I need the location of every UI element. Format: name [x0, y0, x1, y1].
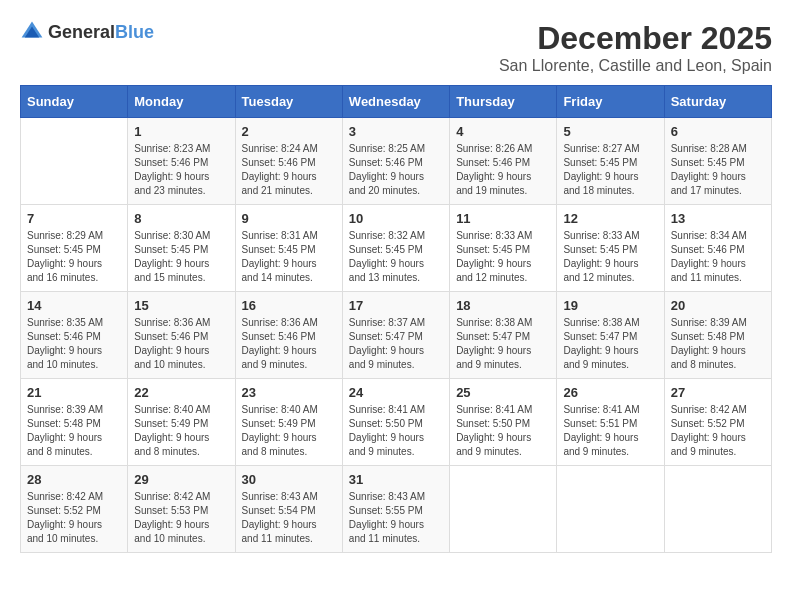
calendar-cell: 19Sunrise: 8:38 AMSunset: 5:47 PMDayligh…: [557, 292, 664, 379]
calendar-cell: 21Sunrise: 8:39 AMSunset: 5:48 PMDayligh…: [21, 379, 128, 466]
day-number: 27: [671, 385, 765, 400]
day-info: Sunrise: 8:38 AMSunset: 5:47 PMDaylight:…: [563, 316, 657, 372]
day-info: Sunrise: 8:41 AMSunset: 5:50 PMDaylight:…: [456, 403, 550, 459]
day-info: Sunrise: 8:42 AMSunset: 5:52 PMDaylight:…: [671, 403, 765, 459]
day-info: Sunrise: 8:38 AMSunset: 5:47 PMDaylight:…: [456, 316, 550, 372]
calendar-header-row: SundayMondayTuesdayWednesdayThursdayFrid…: [21, 86, 772, 118]
day-info: Sunrise: 8:43 AMSunset: 5:55 PMDaylight:…: [349, 490, 443, 546]
calendar-cell: 14Sunrise: 8:35 AMSunset: 5:46 PMDayligh…: [21, 292, 128, 379]
day-info: Sunrise: 8:35 AMSunset: 5:46 PMDaylight:…: [27, 316, 121, 372]
calendar-cell: 23Sunrise: 8:40 AMSunset: 5:49 PMDayligh…: [235, 379, 342, 466]
calendar-cell: 29Sunrise: 8:42 AMSunset: 5:53 PMDayligh…: [128, 466, 235, 553]
column-header-thursday: Thursday: [450, 86, 557, 118]
day-info: Sunrise: 8:26 AMSunset: 5:46 PMDaylight:…: [456, 142, 550, 198]
column-header-tuesday: Tuesday: [235, 86, 342, 118]
logo-text-blue: Blue: [115, 22, 154, 42]
day-info: Sunrise: 8:30 AMSunset: 5:45 PMDaylight:…: [134, 229, 228, 285]
day-number: 16: [242, 298, 336, 313]
calendar-cell: 31Sunrise: 8:43 AMSunset: 5:55 PMDayligh…: [342, 466, 449, 553]
calendar-cell: 12Sunrise: 8:33 AMSunset: 5:45 PMDayligh…: [557, 205, 664, 292]
calendar-cell: 8Sunrise: 8:30 AMSunset: 5:45 PMDaylight…: [128, 205, 235, 292]
day-number: 23: [242, 385, 336, 400]
day-number: 10: [349, 211, 443, 226]
day-number: 13: [671, 211, 765, 226]
day-info: Sunrise: 8:39 AMSunset: 5:48 PMDaylight:…: [27, 403, 121, 459]
title-block: December 2025 San Llorente, Castille and…: [499, 20, 772, 75]
day-number: 12: [563, 211, 657, 226]
day-info: Sunrise: 8:32 AMSunset: 5:45 PMDaylight:…: [349, 229, 443, 285]
day-number: 11: [456, 211, 550, 226]
day-number: 21: [27, 385, 121, 400]
logo-text-general: General: [48, 22, 115, 42]
day-number: 2: [242, 124, 336, 139]
day-number: 4: [456, 124, 550, 139]
calendar-cell: 4Sunrise: 8:26 AMSunset: 5:46 PMDaylight…: [450, 118, 557, 205]
calendar-cell: 11Sunrise: 8:33 AMSunset: 5:45 PMDayligh…: [450, 205, 557, 292]
column-header-friday: Friday: [557, 86, 664, 118]
calendar-cell: 25Sunrise: 8:41 AMSunset: 5:50 PMDayligh…: [450, 379, 557, 466]
calendar-cell: 13Sunrise: 8:34 AMSunset: 5:46 PMDayligh…: [664, 205, 771, 292]
day-number: 31: [349, 472, 443, 487]
calendar-cell: 24Sunrise: 8:41 AMSunset: 5:50 PMDayligh…: [342, 379, 449, 466]
day-number: 14: [27, 298, 121, 313]
calendar-cell: 6Sunrise: 8:28 AMSunset: 5:45 PMDaylight…: [664, 118, 771, 205]
day-number: 7: [27, 211, 121, 226]
column-header-wednesday: Wednesday: [342, 86, 449, 118]
day-info: Sunrise: 8:23 AMSunset: 5:46 PMDaylight:…: [134, 142, 228, 198]
logo: GeneralBlue: [20, 20, 154, 44]
day-number: 26: [563, 385, 657, 400]
day-info: Sunrise: 8:42 AMSunset: 5:53 PMDaylight:…: [134, 490, 228, 546]
calendar-cell: 27Sunrise: 8:42 AMSunset: 5:52 PMDayligh…: [664, 379, 771, 466]
day-number: 9: [242, 211, 336, 226]
calendar-table: SundayMondayTuesdayWednesdayThursdayFrid…: [20, 85, 772, 553]
day-number: 8: [134, 211, 228, 226]
day-number: 19: [563, 298, 657, 313]
day-info: Sunrise: 8:29 AMSunset: 5:45 PMDaylight:…: [27, 229, 121, 285]
calendar-cell: 28Sunrise: 8:42 AMSunset: 5:52 PMDayligh…: [21, 466, 128, 553]
calendar-cell: [450, 466, 557, 553]
day-number: 29: [134, 472, 228, 487]
day-info: Sunrise: 8:24 AMSunset: 5:46 PMDaylight:…: [242, 142, 336, 198]
day-number: 25: [456, 385, 550, 400]
day-info: Sunrise: 8:39 AMSunset: 5:48 PMDaylight:…: [671, 316, 765, 372]
day-info: Sunrise: 8:31 AMSunset: 5:45 PMDaylight:…: [242, 229, 336, 285]
calendar-cell: 1Sunrise: 8:23 AMSunset: 5:46 PMDaylight…: [128, 118, 235, 205]
day-number: 6: [671, 124, 765, 139]
day-info: Sunrise: 8:41 AMSunset: 5:50 PMDaylight:…: [349, 403, 443, 459]
calendar-week-row: 7Sunrise: 8:29 AMSunset: 5:45 PMDaylight…: [21, 205, 772, 292]
calendar-cell: 17Sunrise: 8:37 AMSunset: 5:47 PMDayligh…: [342, 292, 449, 379]
day-number: 28: [27, 472, 121, 487]
page-header: GeneralBlue December 2025 San Llorente, …: [20, 20, 772, 75]
calendar-cell: [664, 466, 771, 553]
day-number: 17: [349, 298, 443, 313]
calendar-week-row: 1Sunrise: 8:23 AMSunset: 5:46 PMDaylight…: [21, 118, 772, 205]
day-info: Sunrise: 8:36 AMSunset: 5:46 PMDaylight:…: [242, 316, 336, 372]
day-info: Sunrise: 8:33 AMSunset: 5:45 PMDaylight:…: [456, 229, 550, 285]
day-info: Sunrise: 8:27 AMSunset: 5:45 PMDaylight:…: [563, 142, 657, 198]
day-number: 5: [563, 124, 657, 139]
column-header-monday: Monday: [128, 86, 235, 118]
calendar-week-row: 14Sunrise: 8:35 AMSunset: 5:46 PMDayligh…: [21, 292, 772, 379]
calendar-cell: 22Sunrise: 8:40 AMSunset: 5:49 PMDayligh…: [128, 379, 235, 466]
calendar-cell: 10Sunrise: 8:32 AMSunset: 5:45 PMDayligh…: [342, 205, 449, 292]
day-number: 15: [134, 298, 228, 313]
day-info: Sunrise: 8:33 AMSunset: 5:45 PMDaylight:…: [563, 229, 657, 285]
day-info: Sunrise: 8:40 AMSunset: 5:49 PMDaylight:…: [134, 403, 228, 459]
logo-icon: [20, 20, 44, 44]
calendar-cell: 2Sunrise: 8:24 AMSunset: 5:46 PMDaylight…: [235, 118, 342, 205]
calendar-cell: [21, 118, 128, 205]
calendar-cell: 18Sunrise: 8:38 AMSunset: 5:47 PMDayligh…: [450, 292, 557, 379]
calendar-cell: [557, 466, 664, 553]
day-info: Sunrise: 8:34 AMSunset: 5:46 PMDaylight:…: [671, 229, 765, 285]
location-title: San Llorente, Castille and Leon, Spain: [499, 57, 772, 75]
day-number: 1: [134, 124, 228, 139]
calendar-cell: 16Sunrise: 8:36 AMSunset: 5:46 PMDayligh…: [235, 292, 342, 379]
day-info: Sunrise: 8:43 AMSunset: 5:54 PMDaylight:…: [242, 490, 336, 546]
day-info: Sunrise: 8:28 AMSunset: 5:45 PMDaylight:…: [671, 142, 765, 198]
calendar-cell: 9Sunrise: 8:31 AMSunset: 5:45 PMDaylight…: [235, 205, 342, 292]
day-info: Sunrise: 8:40 AMSunset: 5:49 PMDaylight:…: [242, 403, 336, 459]
day-info: Sunrise: 8:42 AMSunset: 5:52 PMDaylight:…: [27, 490, 121, 546]
column-header-saturday: Saturday: [664, 86, 771, 118]
day-number: 22: [134, 385, 228, 400]
column-header-sunday: Sunday: [21, 86, 128, 118]
